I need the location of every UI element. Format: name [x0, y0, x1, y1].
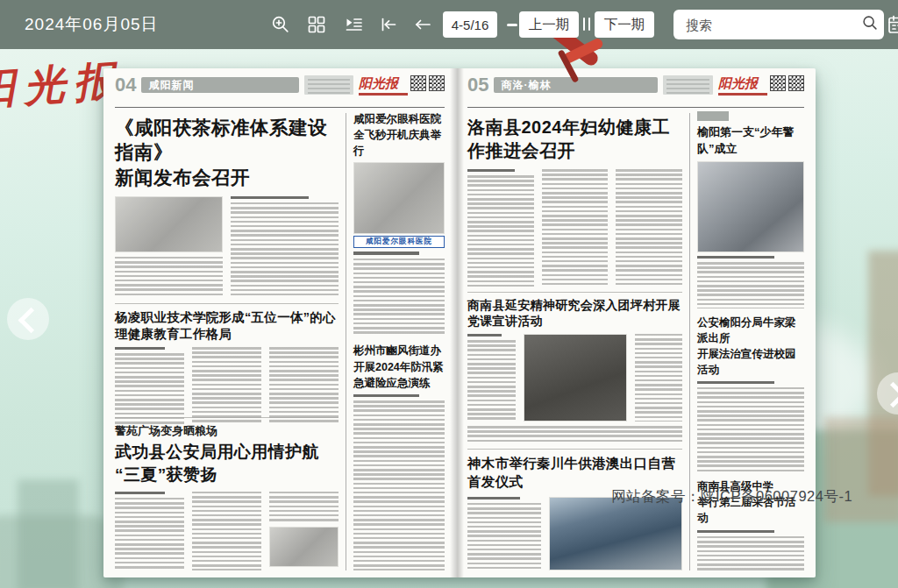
article-wugong[interactable]: 警苑广场变身晒粮场 武功县公安局用心用情护航“三夏”获赞扬 — [115, 417, 339, 570]
header-rule — [115, 107, 445, 108]
eye-hospital-photo — [353, 162, 445, 234]
masthead: 阳光报 — [718, 75, 804, 96]
grain-yard-photo — [269, 527, 339, 567]
side-column-tag — [697, 111, 729, 121]
headline-shangnan: 商南县延安精神研究会深入团坪村开展党课宣讲活动 — [467, 298, 682, 329]
youth-police-photo — [697, 161, 804, 252]
article-shenmu[interactable]: 神木市举行秦川牛供港澳出口自营首发仪式 — [467, 449, 682, 570]
reader-stage: 阳光报 04 咸阳新闻 阳光报 — [0, 49, 898, 588]
headline-niujialiang: 公安榆阳分局牛家梁派出所 开展法治宣传进校园活动 — [697, 315, 804, 379]
next-page-icon[interactable] — [507, 24, 517, 26]
conference-photo — [115, 196, 223, 252]
headline-shenmu: 神木市举行秦川牛供港澳出口自营首发仪式 — [467, 455, 682, 492]
headline-aier-eye: 咸阳爱尔眼科医院 全飞秒开机庆典举行 — [353, 111, 445, 159]
thumbnail-grid-icon[interactable] — [306, 14, 327, 35]
article-fucha-body — [115, 196, 339, 298]
byline-bar — [231, 196, 309, 199]
previous-issue-button[interactable]: 上一期 — [519, 11, 579, 38]
masthead-logo: 阳光报 — [718, 75, 758, 91]
page-indicator[interactable]: 4-5/16 — [443, 11, 497, 38]
masthead-url-bar — [359, 93, 408, 96]
qr-code-icon — [410, 75, 426, 91]
background-pavilion — [824, 417, 898, 522]
previous-page-icon[interactable] — [412, 14, 433, 35]
masthead: 阳光报 — [359, 75, 445, 96]
next-issue-button[interactable]: 下一期 — [595, 11, 654, 38]
newspaper-page-04[interactable]: 04 咸阳新闻 阳光报 《咸阳茯茶标准体系建设指南》 新闻发 — [103, 68, 456, 577]
qr-code-icon — [788, 75, 804, 91]
search-box[interactable] — [674, 10, 884, 39]
qr-code-icon — [429, 75, 445, 91]
issue-date: 2024年06月05日 — [25, 13, 159, 36]
article-luonan-body — [467, 169, 682, 287]
flip-previous-arrow[interactable] — [7, 298, 49, 340]
cattle-truck-photo — [549, 497, 682, 570]
calendar-icon[interactable] — [887, 14, 898, 35]
headline-fucha-guide[interactable]: 《咸阳茯茶标准体系建设指南》 新闻发布会召开 — [115, 116, 339, 190]
page-number: 04 — [115, 75, 136, 95]
background-cityscape — [18, 479, 79, 588]
page-number: 05 — [467, 75, 488, 95]
headline-youth-police: 榆阳第一支“少年警队”成立 — [697, 124, 804, 158]
kicker-wugong: 警苑广场变身晒粮场 — [115, 423, 339, 439]
article-yangling[interactable]: 杨凌职业技术学院形成“五位一体”的心理健康教育工作格局 — [115, 303, 339, 412]
icp-record: 网站备案号：陕ICP备06007924号-1 — [611, 487, 852, 507]
party-lecture-photo — [524, 334, 627, 422]
headline-wugong: 武功县公安局用心用情护航“三夏”获赞扬 — [115, 441, 339, 486]
search-input[interactable] — [686, 18, 860, 32]
masthead-url-bar — [718, 93, 767, 96]
eye-hospital-brand: 咸阳爱尔眼科医院 — [353, 236, 445, 248]
qr-code-icon — [770, 75, 786, 91]
viewer-toolbar: 2024年06月05日 4-5/16 上一期 下一期 — [0, 0, 898, 49]
issue-info-box — [663, 75, 713, 95]
page-04-side-column[interactable]: 咸阳爱尔眼科医院 全飞秒开机庆典举行 咸阳爱尔眼科医院 彬州市豳风街道办 开展2… — [353, 111, 445, 570]
contents-list-icon[interactable] — [343, 14, 364, 35]
section-banner: 咸阳新闻 — [141, 77, 299, 93]
article-shangnan[interactable]: 商南县延安精神研究会深入团坪村开展党课宣讲活动 — [467, 292, 682, 443]
page-05-header: 05 商洛·榆林 阳光报 — [467, 75, 804, 105]
first-page-icon[interactable] — [378, 14, 399, 35]
search-icon[interactable] — [860, 13, 880, 36]
issue-info-box — [304, 75, 353, 95]
headline-binzhou: 彬州市豳风街道办 开展2024年防汛紧急避险应急演练 — [353, 343, 445, 390]
headline-yangling: 杨凌职业技术学院形成“五位一体”的心理健康教育工作格局 — [115, 309, 339, 343]
header-rule — [467, 107, 804, 108]
zoom-in-icon[interactable] — [270, 14, 291, 35]
page-04-header: 04 咸阳新闻 阳光报 — [115, 75, 445, 105]
column-divider — [346, 113, 346, 570]
masthead-logo: 阳光报 — [359, 75, 398, 91]
headline-luonan[interactable]: 洛南县2024年妇幼健康工作推进会召开 — [467, 116, 682, 163]
last-page-icon[interactable] — [583, 18, 592, 32]
